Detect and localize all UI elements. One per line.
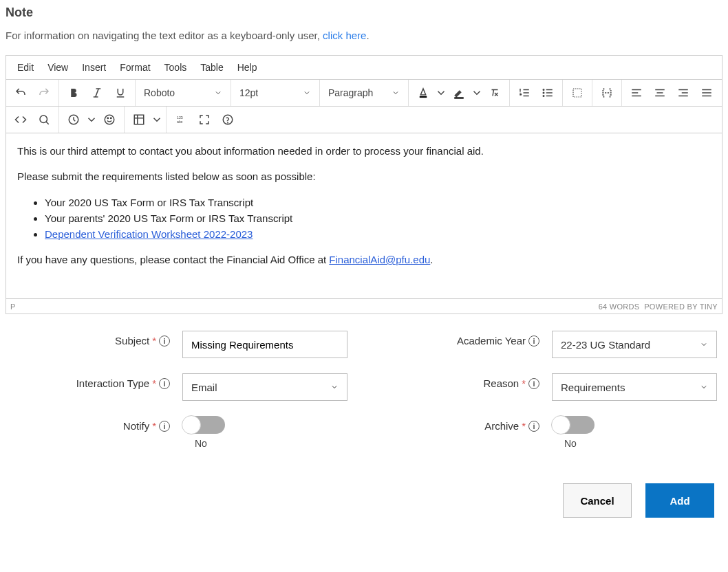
required-mark: *: [522, 420, 526, 432]
chevron-down-icon: [330, 383, 339, 391]
svg-line-29: [46, 122, 49, 124]
svg-point-31: [105, 115, 114, 124]
font-size-select[interactable]: 12pt: [234, 81, 317, 104]
font-family-value: Roboto: [144, 87, 175, 98]
svg-line-2: [96, 89, 99, 97]
svg-point-40: [228, 122, 228, 123]
svg-point-14: [543, 96, 544, 97]
svg-text:123: 123: [177, 116, 183, 120]
clear-format-button[interactable]: [483, 81, 506, 104]
fullscreen-button[interactable]: [193, 108, 216, 131]
chevron-down-icon: [392, 89, 400, 97]
list-item: Your parents' 2020 US Tax Form or IRS Ta…: [45, 210, 711, 226]
archive-toggle[interactable]: [552, 416, 595, 434]
cancel-button[interactable]: Cancel: [563, 483, 632, 518]
align-center-button[interactable]: [648, 81, 672, 104]
reason-select[interactable]: Requirements: [552, 373, 717, 401]
bullet-list-button[interactable]: [536, 81, 559, 104]
note-form: Subject * i Academic Year i 22-23 UG Sta…: [6, 331, 722, 449]
datetime-button[interactable]: [62, 108, 85, 131]
required-mark: *: [152, 377, 156, 389]
notify-toggle[interactable]: [182, 416, 225, 434]
page-title: Note: [6, 6, 722, 20]
interaction-type-select[interactable]: Email: [182, 373, 347, 401]
subject-label: Subject: [115, 335, 149, 346]
table-dropdown[interactable]: [151, 108, 163, 131]
font-family-select[interactable]: Roboto: [138, 81, 228, 104]
menu-view[interactable]: View: [41, 59, 75, 76]
worksheet-link[interactable]: Dependent Verification Worksheet 2022-20…: [45, 228, 253, 240]
numbered-list-button[interactable]: [513, 81, 536, 104]
email-link[interactable]: FinancialAid@pfu.edu: [329, 254, 430, 265]
menu-tools[interactable]: Tools: [158, 59, 194, 76]
info-icon[interactable]: i: [528, 336, 539, 346]
accessibility-check-button[interactable]: [566, 81, 589, 104]
text-color-button[interactable]: [411, 81, 435, 104]
info-icon[interactable]: i: [159, 378, 170, 389]
source-code-button[interactable]: [9, 108, 32, 131]
font-size-value: 12pt: [239, 87, 258, 98]
info-icon[interactable]: i: [528, 421, 539, 432]
editor-toolbar-row2: 123abc: [6, 107, 722, 133]
content-list: Your 2020 US Tax Form or IRS Tax Transcr…: [17, 195, 711, 243]
status-wordcount[interactable]: 64 WORDS: [599, 302, 640, 311]
info-icon[interactable]: i: [159, 421, 170, 432]
undo-button[interactable]: [9, 81, 32, 104]
highlight-button[interactable]: [447, 81, 471, 104]
svg-point-13: [543, 92, 544, 94]
content-p3: If you have any questions, please contac…: [17, 252, 711, 267]
chevron-down-icon: [700, 383, 708, 391]
page-break-button[interactable]: [595, 81, 619, 104]
intro-prefix: For information on navigating the text e…: [6, 30, 323, 41]
intro-suffix: .: [366, 30, 369, 41]
intro-link[interactable]: click here: [323, 30, 366, 41]
emoji-button[interactable]: [98, 108, 121, 131]
block-format-select[interactable]: Paragraph: [323, 81, 405, 104]
add-button[interactable]: Add: [645, 483, 714, 518]
table-button[interactable]: [127, 108, 151, 131]
field-academic-year: Academic Year i 22-23 UG Standard: [378, 331, 720, 358]
list-item: Your 2020 US Tax Form or IRS Tax Transcr…: [45, 195, 711, 210]
subject-input[interactable]: [182, 331, 347, 358]
reason-label: Reason: [483, 377, 519, 389]
archive-label: Archive: [484, 420, 519, 432]
menu-format[interactable]: Format: [113, 59, 157, 76]
menu-edit[interactable]: Edit: [10, 59, 41, 76]
datetime-dropdown[interactable]: [85, 108, 98, 131]
academic-year-select[interactable]: 22-23 UG Standard: [552, 331, 717, 358]
menu-table[interactable]: Table: [193, 59, 230, 76]
text-color-dropdown[interactable]: [435, 81, 447, 104]
editor-statusbar: P 64 WORDS POWERED BY TINY: [6, 298, 722, 314]
highlight-dropdown[interactable]: [471, 81, 483, 104]
bold-button[interactable]: [62, 81, 85, 104]
info-icon[interactable]: i: [159, 336, 170, 346]
academic-year-label: Academic Year: [457, 335, 526, 346]
svg-rect-34: [134, 115, 144, 124]
status-path[interactable]: P: [10, 302, 15, 311]
menu-insert[interactable]: Insert: [75, 59, 113, 76]
align-justify-button[interactable]: [695, 81, 718, 104]
required-mark: *: [152, 420, 156, 432]
field-interaction-type: Interaction Type * i Email: [8, 373, 350, 401]
align-left-button[interactable]: [625, 81, 648, 104]
align-right-button[interactable]: [672, 81, 695, 104]
chevron-down-icon: [303, 89, 311, 97]
redo-button[interactable]: [32, 81, 56, 104]
required-mark: *: [522, 377, 526, 389]
status-powered[interactable]: POWERED BY TINY: [644, 302, 718, 311]
field-reason: Reason * i Requirements: [378, 373, 720, 401]
search-button[interactable]: [32, 108, 56, 131]
editor-menubar: Edit View Insert Format Tools Table Help: [6, 56, 722, 80]
content-p1: This is our third attempt to contact you…: [17, 143, 711, 159]
field-subject: Subject * i: [8, 331, 350, 358]
menu-help[interactable]: Help: [231, 59, 264, 76]
underline-button[interactable]: [109, 81, 132, 104]
info-icon[interactable]: i: [528, 378, 539, 389]
help-button[interactable]: [216, 108, 239, 131]
chevron-down-icon: [700, 340, 708, 349]
italic-button[interactable]: [85, 81, 109, 104]
block-format-value: Paragraph: [328, 87, 373, 98]
editor-content[interactable]: This is our third attempt to contact you…: [6, 133, 722, 298]
svg-point-33: [111, 118, 112, 119]
wordcount-button[interactable]: 123abc: [169, 108, 193, 131]
